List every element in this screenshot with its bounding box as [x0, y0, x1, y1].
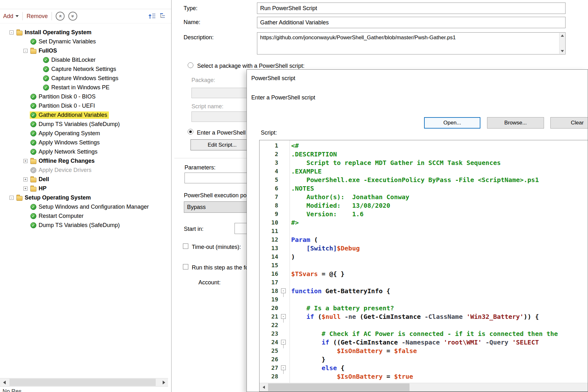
code-line: 24- if ((Get-CimInstance -Namespace 'roo…: [260, 338, 588, 346]
code-line: 12Param (: [260, 235, 588, 244]
tree-item-capture-network-settings[interactable]: ✓Capture Network Settings: [0, 65, 171, 74]
code-line: 27- else {: [260, 364, 588, 372]
code-line: 2.DESCRIPTION: [260, 150, 588, 158]
line-number: 8: [260, 202, 278, 209]
scroll-left-arrow-icon[interactable]: [260, 383, 268, 391]
tree-item-label: Gather Additional Variables: [39, 112, 107, 118]
step-check-icon: ✓: [30, 140, 36, 146]
code-text: $IsOnBattery = $true: [291, 373, 413, 380]
code-lines: 1<#2.DESCRIPTION3 Script to replace MDT …: [260, 141, 588, 381]
code-line: 13 [Switch]$Debug: [260, 244, 588, 252]
tree-item-label: FullOS: [39, 47, 57, 54]
expand-icon[interactable]: +: [23, 187, 28, 191]
code-line: 19: [260, 295, 588, 304]
scrollbar-thumb[interactable]: [268, 383, 410, 391]
step-check-icon: ✓: [30, 103, 36, 109]
code-text: $IsOnBattery = $false: [291, 347, 417, 355]
tree-item-capture-windows-settings[interactable]: ✓Capture Windows Settings: [0, 74, 171, 83]
line-number: 26: [260, 356, 278, 363]
task-sequence-editor-window: Add Remove » »: [0, 0, 588, 392]
description-field[interactable]: https://github.com/jonconwayuk/PowerShel…: [257, 32, 566, 54]
fold-collapse-icon[interactable]: -: [281, 288, 286, 293]
step-check-icon: ✓: [43, 57, 49, 63]
clear-button[interactable]: Clear: [550, 117, 588, 129]
tree-item-label: HP: [39, 185, 47, 192]
tree-item-disable-bitlocker[interactable]: ✓Disable BitLocker: [0, 55, 171, 65]
tree-item-apply-windows-settings[interactable]: ✓Apply Windows Settings: [0, 138, 171, 147]
name-field[interactable]: Gather Additional Variables: [257, 17, 566, 28]
scrollbar-thumb[interactable]: [9, 379, 156, 386]
step-check-icon: ✓: [43, 85, 49, 91]
code-line: 5 PowerShell.exe -ExecutionPolicy ByPass…: [260, 175, 588, 184]
scroll-left-arrow-icon[interactable]: [0, 378, 9, 386]
tree-item-hp[interactable]: +HP: [0, 184, 171, 193]
name-label: Name:: [184, 19, 200, 26]
tree-item-partition-disk-0-uefi[interactable]: ✓Partition Disk 0 - UEFI: [0, 101, 171, 111]
open-button[interactable]: Open...: [424, 117, 480, 129]
tree-item-fullos[interactable]: -FullOS: [0, 46, 171, 55]
timeout-checkbox[interactable]: [183, 243, 188, 249]
tree-item-partition-disk-0-bios[interactable]: ✓Partition Disk 0 - BIOS: [0, 92, 171, 101]
parameters-field[interactable]: [185, 173, 254, 183]
tree-horizontal-scrollbar[interactable]: [0, 378, 168, 387]
tree-item-label: Restart in Windows PE: [51, 84, 109, 91]
tree-item-label: Offline Reg Changes: [39, 158, 95, 164]
tree-item-apply-operating-system[interactable]: ✓Apply Operating System: [0, 129, 171, 138]
move-up-button[interactable]: »: [56, 12, 65, 21]
tree-item-install-operating-system[interactable]: -Install Operating System: [0, 28, 171, 37]
line-number: 25: [260, 347, 278, 354]
expand-icon[interactable]: +: [23, 177, 28, 181]
script-code-editor[interactable]: 1<#2.DESCRIPTION3 Script to replace MDT …: [259, 140, 588, 392]
fold-collapse-icon[interactable]: -: [281, 314, 286, 319]
code-text: Script to replace MDT Gather in SCCM Tas…: [291, 159, 501, 167]
tree-item-restart-computer[interactable]: ✓Restart Computer: [0, 212, 171, 221]
code-text: }: [291, 356, 325, 363]
fold-collapse-icon[interactable]: -: [281, 340, 286, 345]
tree-item-restart-in-windows-pe[interactable]: ✓Restart in Windows PE: [0, 83, 171, 92]
step-check-icon: ✓: [30, 222, 36, 228]
execution-policy-select[interactable]: Bypass: [184, 201, 254, 213]
move-down-button[interactable]: »: [68, 12, 77, 21]
tree-item-dump-ts-variables-safedump[interactable]: ✓Dump TS Variables (SafeDump): [0, 221, 171, 230]
tree-item-apply-network-settings[interactable]: ✓Apply Network Settings: [0, 147, 171, 156]
line-number: 21: [260, 313, 278, 320]
scroll-right-arrow-icon[interactable]: [160, 378, 168, 386]
collapse-icon[interactable]: -: [9, 196, 14, 200]
remove-button[interactable]: Remove: [27, 13, 48, 20]
scroll-up-arrow-icon[interactable]: [560, 33, 565, 38]
browse-button[interactable]: Browse...: [487, 117, 544, 129]
code-line: 22: [260, 321, 588, 329]
code-text: if ((Get-CimInstance -Namespace 'root\WM…: [291, 338, 539, 346]
tree-item-gather-additional-variables[interactable]: ✓Gather Additional Variables: [0, 111, 171, 120]
expand-all-icon[interactable]: [159, 12, 167, 20]
editor-horizontal-scrollbar[interactable]: [260, 383, 588, 391]
select-package-radio[interactable]: [188, 62, 193, 68]
tree-item-set-dynamic-variables[interactable]: ✓Set Dynamic Variables: [0, 37, 171, 46]
tree-item-setup-windows-and-configuration-manager[interactable]: ✓Setup Windows and Configuration Manager: [0, 202, 171, 212]
fold-collapse-icon[interactable]: -: [281, 365, 286, 370]
add-button[interactable]: Add: [3, 13, 19, 20]
tree-item-label: Apply Windows Settings: [39, 139, 100, 146]
add-dropdown-caret-icon[interactable]: [16, 15, 19, 17]
code-text: PowerShell.exe -ExecutionPolicy ByPass -…: [291, 176, 539, 184]
tree-item-dump-ts-variables-safedump[interactable]: ✓Dump TS Variables (SafeDump): [0, 120, 171, 129]
enter-script-radio[interactable]: [188, 129, 193, 135]
remove-button-label: Remove: [27, 13, 48, 20]
tree-item-offline-reg-changes[interactable]: +Offline Reg Changes: [0, 156, 171, 166]
description-scrollbar[interactable]: [559, 33, 565, 54]
tree-item-apply-device-drivers[interactable]: ✓Apply Device Drivers: [0, 166, 171, 175]
collapse-icon[interactable]: -: [9, 30, 14, 35]
run-as-checkbox[interactable]: [183, 264, 188, 269]
collapse-icon[interactable]: -: [23, 49, 28, 53]
code-text: Modified: 13/08/2020: [291, 202, 390, 209]
group-folder-icon: [16, 196, 22, 201]
collapse-all-icon[interactable]: [148, 12, 156, 20]
expand-icon[interactable]: +: [23, 159, 28, 163]
scroll-down-arrow-icon[interactable]: [560, 48, 565, 54]
code-text: function Get-BatteryInfo {: [291, 287, 390, 295]
tree-item-setup-operating-system[interactable]: -Setup Operating System: [0, 193, 171, 202]
step-check-icon: ✓: [30, 94, 36, 100]
tree-item-dell[interactable]: +Dell: [0, 175, 171, 184]
package-label: Package:: [191, 77, 215, 84]
edit-script-button[interactable]: Edit Script...: [191, 139, 254, 150]
